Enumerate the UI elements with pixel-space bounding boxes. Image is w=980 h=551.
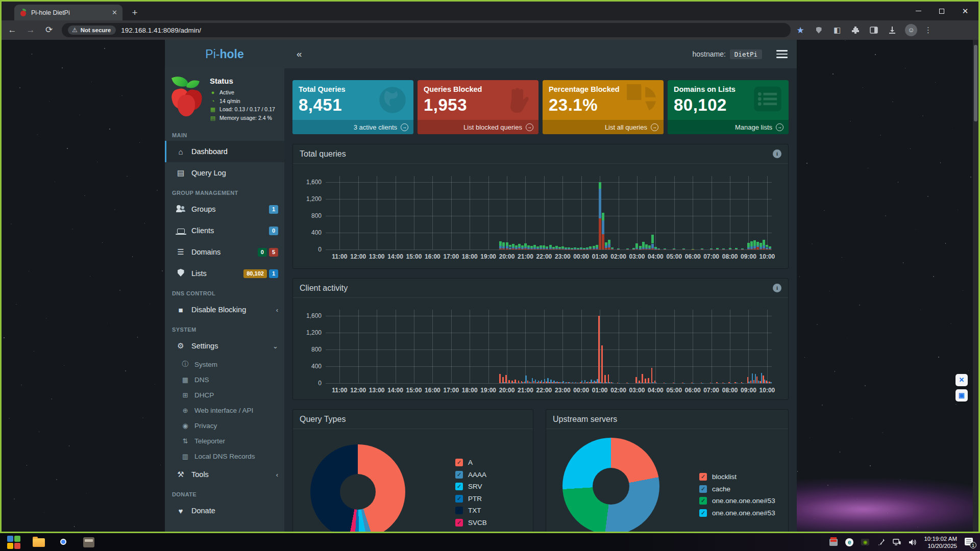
window-close-button[interactable]: ✕ xyxy=(953,2,977,20)
sidebar-item-groups[interactable]: Groups1 xyxy=(165,198,284,220)
gridline xyxy=(712,310,712,383)
legend-item[interactable]: ✓SRV xyxy=(455,481,487,493)
side-panel-icon[interactable] xyxy=(868,24,879,36)
gridline xyxy=(326,249,772,250)
bookmark-star-icon[interactable]: ★ xyxy=(795,24,806,36)
sidebar-subitem-teleporter[interactable]: ⇅Teleporter xyxy=(165,433,284,448)
legend-item[interactable]: ✓one.one.one.one#53 xyxy=(699,495,775,507)
adblock-extension-icon[interactable] xyxy=(813,24,824,36)
back-button[interactable]: ← xyxy=(5,22,20,38)
info-icon[interactable]: i xyxy=(773,149,781,158)
arrow-circle-icon: → xyxy=(776,123,783,131)
kvm-tray-icon[interactable] xyxy=(829,538,838,547)
app-icon[interactable] xyxy=(82,536,95,549)
arrow-circle-icon: → xyxy=(401,123,408,131)
legend-checkbox-icon[interactable]: ✓ xyxy=(455,483,463,490)
info-icon[interactable]: i xyxy=(773,284,781,292)
sidebar-item-domains[interactable]: ☰Domains05 xyxy=(165,241,284,263)
sidebar-subitem-dns[interactable]: ▦DNS xyxy=(165,372,284,387)
address-bar[interactable]: ⚠ Not secure 192.168.1.41:8089/admin/ xyxy=(62,23,791,37)
sidebar-item-clients[interactable]: Clients0 xyxy=(165,220,284,241)
browser-tab[interactable]: Pi-hole DietPi ✕ xyxy=(14,5,122,20)
extension-icon[interactable]: ◧ xyxy=(831,24,843,36)
sidebar-item-donate[interactable]: ♥Donate xyxy=(165,500,284,521)
legend-checkbox-icon[interactable]: ✓ xyxy=(699,497,707,505)
card-footer-link[interactable]: List blocked queries→ xyxy=(418,120,538,134)
chart-bar-blue xyxy=(504,382,505,383)
card-footer-link[interactable]: List all queries→ xyxy=(543,120,664,134)
sidebar-subitem-local-dns-records[interactable]: ▥Local DNS Records xyxy=(165,448,284,464)
start-menu-icon[interactable] xyxy=(7,536,20,549)
sidebar-subitem-privacy[interactable]: ◉Privacy xyxy=(165,418,284,433)
new-tab-button[interactable]: + xyxy=(128,6,141,19)
pihole-brand[interactable]: Pi-hole xyxy=(165,47,284,61)
chart-bar-blue xyxy=(574,248,576,249)
legend-item[interactable]: ✓cache xyxy=(699,483,775,495)
sidebar-item-tools[interactable]: ⚒Tools‹ xyxy=(165,464,284,485)
page-scrollbar[interactable] xyxy=(973,40,978,532)
gridline xyxy=(562,310,563,383)
card-footer-link[interactable]: 3 active clients→ xyxy=(292,120,413,134)
legend-checkbox-icon[interactable]: ✓ xyxy=(455,519,463,527)
extensions-puzzle-icon[interactable] xyxy=(850,24,861,36)
legend-checkbox-icon[interactable]: ✓ xyxy=(455,471,463,479)
chart-bar-blue xyxy=(758,381,760,383)
chart-bar-green xyxy=(753,240,756,246)
settings-wrench-tray-icon[interactable] xyxy=(876,538,886,547)
chart-bar-green xyxy=(602,213,604,220)
chart-bar-green xyxy=(651,235,654,243)
legend-checkbox-icon[interactable]: ✓ xyxy=(455,507,463,514)
legend-item[interactable]: ✓TXT xyxy=(455,505,487,517)
chrome-icon[interactable] xyxy=(57,536,70,549)
gridline xyxy=(712,176,712,249)
not-secure-chip[interactable]: ⚠ Not secure xyxy=(68,26,116,35)
sidebar-item-settings[interactable]: ⚙Settings⌄ xyxy=(165,335,284,357)
overlay-extension-button[interactable]: ▣ xyxy=(955,389,968,402)
legend-item[interactable]: ✓SVCB xyxy=(455,517,487,529)
legend-checkbox-icon[interactable]: ✓ xyxy=(699,473,707,481)
file-explorer-icon[interactable] xyxy=(32,536,45,549)
sidebar-item-disable-blocking[interactable]: ■Disable Blocking‹ xyxy=(165,299,284,320)
menu-burger-icon[interactable] xyxy=(776,50,788,58)
nvidia-tray-icon[interactable]: ◉ xyxy=(861,538,870,547)
sidebar-item-query-log[interactable]: ▤Query Log xyxy=(165,162,284,184)
forward-button[interactable]: → xyxy=(23,22,38,38)
gridline xyxy=(377,310,377,383)
count-badge: 5 xyxy=(269,248,278,257)
chart-bar-green xyxy=(741,248,744,249)
y-axis-tick-label: 400 xyxy=(311,229,322,236)
legend-checkbox-icon[interactable]: ✓ xyxy=(455,495,463,503)
legend-item[interactable]: ✓PTR xyxy=(455,493,487,505)
antivirus-tray-icon[interactable]: e xyxy=(845,538,854,547)
browser-menu-icon[interactable]: ⋮ xyxy=(924,26,932,35)
legend-item[interactable]: ✓A xyxy=(455,457,487,469)
legend-checkbox-icon[interactable]: ✓ xyxy=(699,485,707,493)
reload-button[interactable]: ⟳ xyxy=(41,22,57,38)
downloads-icon[interactable] xyxy=(887,24,898,36)
total-queries-panel: Total queries i 04008001,2001,60011:0012… xyxy=(292,144,789,269)
window-minimize-button[interactable] xyxy=(906,2,930,20)
window-maximize-button[interactable] xyxy=(930,2,953,20)
scrollbar-thumb[interactable] xyxy=(974,45,977,121)
legend-checkbox-icon[interactable]: ✓ xyxy=(455,459,463,466)
chart-bar-green xyxy=(626,248,629,249)
gridline xyxy=(326,383,772,384)
tab-close-icon[interactable]: ✕ xyxy=(111,9,118,16)
sidebar-subitem-web-interface-api[interactable]: ⊕Web interface / API xyxy=(165,403,284,418)
notification-center-icon[interactable]: 1 xyxy=(964,538,975,547)
profile-avatar[interactable]: ☺ xyxy=(905,24,917,36)
overlay-close-button[interactable]: ✕ xyxy=(955,374,968,386)
legend-item[interactable]: ✓AAAA xyxy=(455,469,487,481)
legend-item[interactable]: ✓blocklist xyxy=(699,471,775,483)
sidebar-collapse-icon[interactable]: « xyxy=(297,48,302,60)
sidebar-item-lists[interactable]: Lists80,1021 xyxy=(165,263,284,284)
network-tray-icon[interactable] xyxy=(892,538,901,547)
taskbar-clock[interactable]: 10:19:02 AM 10/20/2025 xyxy=(924,535,957,549)
sidebar-subitem-system[interactable]: ⓘSystem xyxy=(165,357,284,372)
sidebar-item-dashboard[interactable]: ⌂Dashboard xyxy=(165,141,284,162)
sidebar-subitem-dhcp[interactable]: ⊞DHCP xyxy=(165,387,284,403)
volume-tray-icon[interactable] xyxy=(908,538,917,547)
card-footer-link[interactable]: Manage lists→ xyxy=(668,120,789,134)
legend-item[interactable]: ✓one.one.one.one#53 xyxy=(699,507,775,519)
legend-checkbox-icon[interactable]: ✓ xyxy=(699,509,707,517)
